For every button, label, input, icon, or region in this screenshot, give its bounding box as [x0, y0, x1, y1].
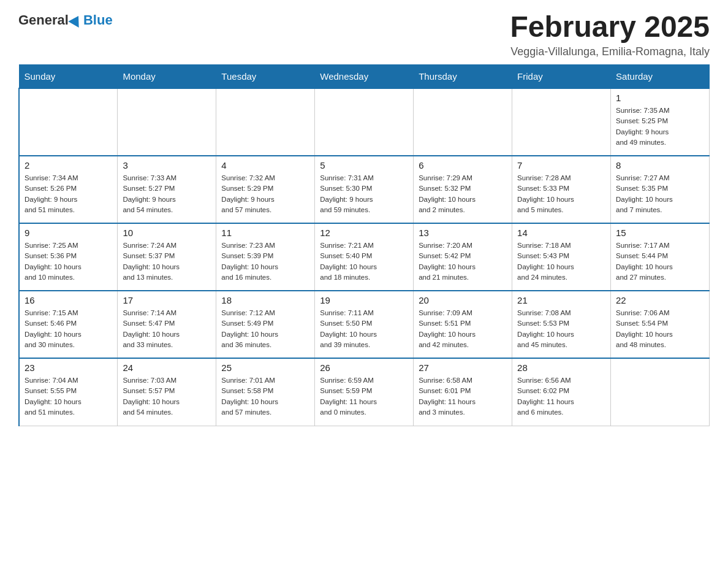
day-info: Sunrise: 7:04 AM Sunset: 5:55 PM Dayligh… — [25, 375, 112, 418]
weekday-header-tuesday: Tuesday — [216, 65, 315, 89]
calendar-cell: 15Sunrise: 7:17 AM Sunset: 5:44 PM Dayli… — [611, 223, 710, 291]
week-row-3: 9Sunrise: 7:25 AM Sunset: 5:36 PM Daylig… — [19, 223, 710, 291]
day-info: Sunrise: 7:17 AM Sunset: 5:44 PM Dayligh… — [616, 240, 704, 283]
day-info: Sunrise: 7:24 AM Sunset: 5:37 PM Dayligh… — [123, 240, 211, 283]
day-info: Sunrise: 7:21 AM Sunset: 5:40 PM Dayligh… — [320, 240, 408, 283]
day-number: 11 — [221, 228, 309, 238]
calendar-cell: 2Sunrise: 7:34 AM Sunset: 5:26 PM Daylig… — [19, 156, 118, 223]
calendar-cell: 5Sunrise: 7:31 AM Sunset: 5:30 PM Daylig… — [315, 156, 414, 223]
day-number: 7 — [517, 160, 605, 170]
weekday-header-thursday: Thursday — [414, 65, 512, 89]
calendar-cell: 6Sunrise: 7:29 AM Sunset: 5:32 PM Daylig… — [414, 156, 512, 223]
calendar-cell: 10Sunrise: 7:24 AM Sunset: 5:37 PM Dayli… — [118, 223, 216, 291]
day-number: 25 — [221, 362, 309, 373]
week-row-5: 23Sunrise: 7:04 AM Sunset: 5:55 PM Dayli… — [19, 358, 710, 426]
day-info: Sunrise: 6:56 AM Sunset: 6:02 PM Dayligh… — [517, 375, 605, 418]
day-number: 21 — [517, 295, 605, 305]
day-number: 10 — [123, 228, 211, 238]
day-info: Sunrise: 7:08 AM Sunset: 5:53 PM Dayligh… — [517, 308, 605, 350]
day-number: 27 — [419, 362, 507, 373]
calendar-cell: 7Sunrise: 7:28 AM Sunset: 5:33 PM Daylig… — [512, 156, 611, 223]
calendar-cell — [118, 88, 216, 156]
day-number: 4 — [221, 160, 309, 170]
day-number: 28 — [517, 362, 605, 373]
logo-general-text: General — [18, 12, 69, 28]
day-number: 16 — [25, 295, 112, 305]
calendar-cell: 26Sunrise: 6:59 AM Sunset: 5:59 PM Dayli… — [315, 358, 414, 426]
calendar-cell — [315, 88, 414, 156]
day-number: 8 — [616, 160, 704, 170]
day-number: 19 — [320, 295, 408, 305]
day-info: Sunrise: 6:59 AM Sunset: 5:59 PM Dayligh… — [320, 375, 408, 418]
day-info: Sunrise: 7:09 AM Sunset: 5:51 PM Dayligh… — [419, 308, 507, 350]
day-number: 15 — [616, 228, 704, 238]
day-number: 1 — [616, 93, 704, 103]
weekday-header-saturday: Saturday — [611, 65, 710, 89]
week-row-2: 2Sunrise: 7:34 AM Sunset: 5:26 PM Daylig… — [19, 156, 710, 223]
page-header: General Blue February 2025 Veggia-Villal… — [18, 12, 710, 58]
calendar-cell: 4Sunrise: 7:32 AM Sunset: 5:29 PM Daylig… — [216, 156, 315, 223]
day-number: 22 — [616, 295, 704, 305]
calendar-cell: 28Sunrise: 6:56 AM Sunset: 6:02 PM Dayli… — [512, 358, 611, 426]
day-info: Sunrise: 7:28 AM Sunset: 5:33 PM Dayligh… — [517, 173, 605, 215]
calendar-cell: 3Sunrise: 7:33 AM Sunset: 5:27 PM Daylig… — [118, 156, 216, 223]
day-number: 2 — [25, 160, 112, 170]
day-number: 3 — [123, 160, 211, 170]
day-number: 23 — [25, 362, 112, 373]
calendar-cell — [19, 88, 118, 156]
calendar-cell — [414, 88, 512, 156]
calendar-cell: 23Sunrise: 7:04 AM Sunset: 5:55 PM Dayli… — [19, 358, 118, 426]
day-info: Sunrise: 7:23 AM Sunset: 5:39 PM Dayligh… — [221, 240, 309, 283]
calendar-cell: 27Sunrise: 6:58 AM Sunset: 6:01 PM Dayli… — [414, 358, 512, 426]
day-number: 17 — [123, 295, 211, 305]
day-number: 9 — [25, 228, 112, 238]
calendar-cell — [512, 88, 611, 156]
day-number: 20 — [419, 295, 507, 305]
calendar-cell: 20Sunrise: 7:09 AM Sunset: 5:51 PM Dayli… — [414, 291, 512, 358]
day-number: 13 — [419, 228, 507, 238]
day-info: Sunrise: 6:58 AM Sunset: 6:01 PM Dayligh… — [419, 375, 507, 418]
day-info: Sunrise: 7:31 AM Sunset: 5:30 PM Dayligh… — [320, 173, 408, 215]
location-subtitle: Veggia-Villalunga, Emilia-Romagna, Italy — [510, 45, 710, 58]
day-number: 6 — [419, 160, 507, 170]
day-info: Sunrise: 7:20 AM Sunset: 5:42 PM Dayligh… — [419, 240, 507, 283]
weekday-header-wednesday: Wednesday — [315, 65, 414, 89]
day-info: Sunrise: 7:35 AM Sunset: 5:25 PM Dayligh… — [616, 105, 704, 148]
calendar-table: SundayMondayTuesdayWednesdayThursdayFrid… — [18, 64, 710, 426]
calendar-cell — [611, 358, 710, 426]
month-year-title: February 2025 — [510, 12, 710, 42]
day-info: Sunrise: 7:29 AM Sunset: 5:32 PM Dayligh… — [419, 173, 507, 215]
calendar-cell: 1Sunrise: 7:35 AM Sunset: 5:25 PM Daylig… — [611, 88, 710, 156]
day-number: 18 — [221, 295, 309, 305]
weekday-header-monday: Monday — [118, 65, 216, 89]
logo-triangle-icon — [68, 13, 83, 28]
day-info: Sunrise: 7:15 AM Sunset: 5:46 PM Dayligh… — [25, 308, 112, 350]
day-info: Sunrise: 7:11 AM Sunset: 5:50 PM Dayligh… — [320, 308, 408, 350]
calendar-cell: 9Sunrise: 7:25 AM Sunset: 5:36 PM Daylig… — [19, 223, 118, 291]
day-number: 14 — [517, 228, 605, 238]
logo-blue-text: Blue — [83, 12, 113, 28]
calendar-cell: 16Sunrise: 7:15 AM Sunset: 5:46 PM Dayli… — [19, 291, 118, 358]
calendar-cell: 11Sunrise: 7:23 AM Sunset: 5:39 PM Dayli… — [216, 223, 315, 291]
calendar-cell: 18Sunrise: 7:12 AM Sunset: 5:49 PM Dayli… — [216, 291, 315, 358]
day-number: 26 — [320, 362, 408, 373]
day-number: 24 — [123, 362, 211, 373]
day-info: Sunrise: 7:18 AM Sunset: 5:43 PM Dayligh… — [517, 240, 605, 283]
day-number: 5 — [320, 160, 408, 170]
calendar-cell: 19Sunrise: 7:11 AM Sunset: 5:50 PM Dayli… — [315, 291, 414, 358]
calendar-cell: 21Sunrise: 7:08 AM Sunset: 5:53 PM Dayli… — [512, 291, 611, 358]
weekday-header-sunday: Sunday — [19, 65, 118, 89]
weekday-header-row: SundayMondayTuesdayWednesdayThursdayFrid… — [19, 65, 710, 89]
day-info: Sunrise: 7:32 AM Sunset: 5:29 PM Dayligh… — [221, 173, 309, 215]
calendar-cell — [216, 88, 315, 156]
day-info: Sunrise: 7:25 AM Sunset: 5:36 PM Dayligh… — [25, 240, 112, 283]
calendar-cell: 8Sunrise: 7:27 AM Sunset: 5:35 PM Daylig… — [611, 156, 710, 223]
logo: General Blue — [18, 12, 113, 28]
day-info: Sunrise: 7:27 AM Sunset: 5:35 PM Dayligh… — [616, 173, 704, 215]
calendar-cell: 17Sunrise: 7:14 AM Sunset: 5:47 PM Dayli… — [118, 291, 216, 358]
calendar-cell: 12Sunrise: 7:21 AM Sunset: 5:40 PM Dayli… — [315, 223, 414, 291]
day-info: Sunrise: 7:34 AM Sunset: 5:26 PM Dayligh… — [25, 173, 112, 215]
calendar-cell: 22Sunrise: 7:06 AM Sunset: 5:54 PM Dayli… — [611, 291, 710, 358]
day-info: Sunrise: 7:14 AM Sunset: 5:47 PM Dayligh… — [123, 308, 211, 350]
day-info: Sunrise: 7:12 AM Sunset: 5:49 PM Dayligh… — [221, 308, 309, 350]
